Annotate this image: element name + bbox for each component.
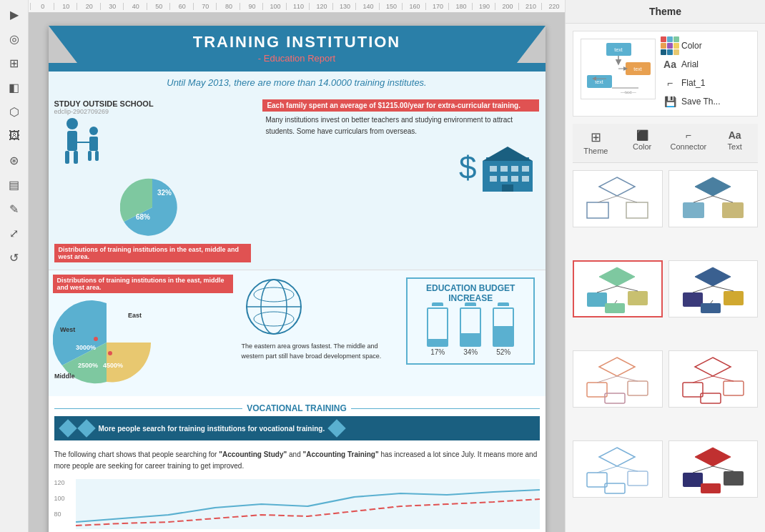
resize-icon[interactable]: ⤢ [3, 222, 26, 245]
font-icon: Aa [663, 57, 677, 72]
svg-line-64 [615, 300, 617, 303]
theme-item-5[interactable] [573, 350, 663, 408]
svg-marker-13 [483, 147, 533, 161]
svg-text:4500%: 4500% [103, 362, 123, 369]
budget-section: EDUCATION BUDGET INCREASE 17% [396, 270, 546, 396]
svg-rect-16 [511, 166, 518, 172]
sidebar-header: Theme [566, 0, 765, 24]
svg-rect-66 [683, 292, 703, 307]
tab-text-label: Text [728, 142, 742, 151]
image-icon[interactable]: 🖼 [3, 124, 26, 147]
left-toolbar: ▶ ◎ ⊞ ◧ ⬡ 🖼 ⊛ ▤ ✎ ⤢ ↺ [0, 0, 29, 532]
shield-icon[interactable]: ⬡ [3, 100, 26, 123]
svg-rect-81 [701, 393, 721, 403]
theme-properties: Color Aa Arial ⌐ Flat_1 💾 Save Th... [663, 39, 720, 109]
svg-rect-59 [587, 292, 607, 307]
svg-rect-61 [605, 303, 625, 313]
svg-marker-53 [695, 177, 731, 196]
svg-rect-49 [587, 202, 608, 218]
svg-line-51 [598, 196, 617, 202]
svg-rect-68 [701, 303, 721, 313]
mini-flowchart-preview: text text text —text— [581, 39, 656, 99]
table-icon[interactable]: ▤ [3, 173, 26, 196]
svg-line-52 [617, 196, 637, 202]
theme-preview-area: text text text —text— [573, 31, 758, 117]
theme-item-4[interactable] [668, 260, 759, 317]
org-chart-icon[interactable]: ⊛ [3, 149, 26, 172]
font-property: Aa Arial [663, 57, 720, 72]
tab-connector[interactable]: ⌐ Connector [666, 124, 712, 162]
save-property[interactable]: 💾 Save Th... [663, 94, 720, 109]
svg-line-63 [617, 286, 638, 291]
clip-id: edclip-2902709269 [54, 108, 252, 115]
person-figures [54, 115, 126, 172]
svg-rect-1 [67, 131, 77, 151]
svg-line-56 [694, 196, 713, 202]
svg-rect-18 [490, 176, 497, 182]
svg-rect-85 [587, 473, 607, 487]
svg-line-77 [617, 376, 638, 381]
connector-label: Flat_1 [681, 78, 705, 88]
svg-marker-58 [599, 267, 635, 286]
tab-color[interactable]: ⬛ Color [619, 124, 666, 162]
voc-diamond-bar: More people search for training institut… [54, 416, 540, 440]
theme-item-2[interactable] [668, 170, 759, 227]
svg-line-95 [713, 466, 734, 471]
theme-tab-icon: ⊞ [591, 129, 601, 145]
svg-text:Middle: Middle [54, 373, 75, 380]
svg-point-0 [66, 118, 78, 129]
tab-text[interactable]: Aa Text [711, 124, 758, 162]
svg-rect-87 [605, 483, 625, 493]
svg-text:3000%: 3000% [76, 344, 96, 351]
color-property: Color [663, 39, 720, 53]
svg-line-88 [597, 466, 617, 473]
svg-marker-72 [599, 358, 635, 376]
globe-icon [242, 275, 306, 339]
svg-line-62 [597, 286, 617, 292]
layers-icon[interactable]: ◧ [3, 76, 26, 99]
svg-marker-78 [695, 358, 731, 376]
voc-bar-text: More people search for training institut… [99, 425, 325, 433]
budget-box: EDUCATION BUDGET INCREASE 17% [406, 277, 536, 365]
svg-rect-73 [587, 383, 607, 397]
color-icon [663, 39, 677, 53]
svg-rect-79 [683, 383, 703, 397]
edit-icon[interactable]: ✎ [3, 197, 26, 220]
battery-34: 34% [460, 306, 481, 356]
theme-item-3[interactable] [573, 260, 663, 317]
theme-item-7[interactable] [573, 440, 663, 498]
svg-rect-7 [95, 151, 99, 161]
tab-theme[interactable]: ⊞ Theme [573, 124, 619, 162]
diamond-shape-2 [77, 419, 95, 437]
tab-color-label: Color [633, 142, 651, 151]
grid-icon[interactable]: ⊞ [3, 51, 26, 74]
location-icon[interactable]: ◎ [3, 27, 26, 50]
svg-line-70 [713, 286, 734, 291]
svg-rect-15 [500, 166, 508, 172]
tab-theme-label: Theme [583, 147, 608, 155]
voc-title: VOCATIONAL TRAINING [247, 403, 347, 413]
svg-rect-92 [724, 471, 744, 486]
chart-svg [76, 479, 540, 529]
theme-item-1[interactable] [573, 170, 663, 227]
svg-line-82 [693, 376, 713, 383]
svg-rect-54 [683, 202, 704, 218]
svg-text:2500%: 2500% [78, 362, 98, 369]
dollar-icon: $ [459, 150, 476, 186]
arrow-right-icon[interactable]: ▶ [3, 3, 26, 26]
vocational-section: VOCATIONAL TRAINING More people search f… [49, 396, 546, 445]
pie-chart: 68% 32% [54, 175, 252, 242]
right-body-text: Many institutions invest on better teach… [262, 112, 539, 140]
right-sidebar: Theme text text text —text— [565, 0, 765, 532]
batteries-row: 17% 34% [412, 306, 530, 356]
theme-item-8[interactable] [668, 440, 759, 498]
history-icon[interactable]: ↺ [3, 246, 26, 269]
svg-rect-50 [626, 202, 648, 218]
chart-y-axis: 12010080 [54, 479, 76, 529]
svg-rect-19 [500, 176, 508, 182]
svg-rect-6 [88, 151, 92, 161]
svg-line-76 [597, 376, 617, 383]
theme-item-6[interactable] [668, 350, 759, 408]
svg-line-89 [617, 466, 638, 471]
svg-rect-21 [522, 176, 529, 182]
